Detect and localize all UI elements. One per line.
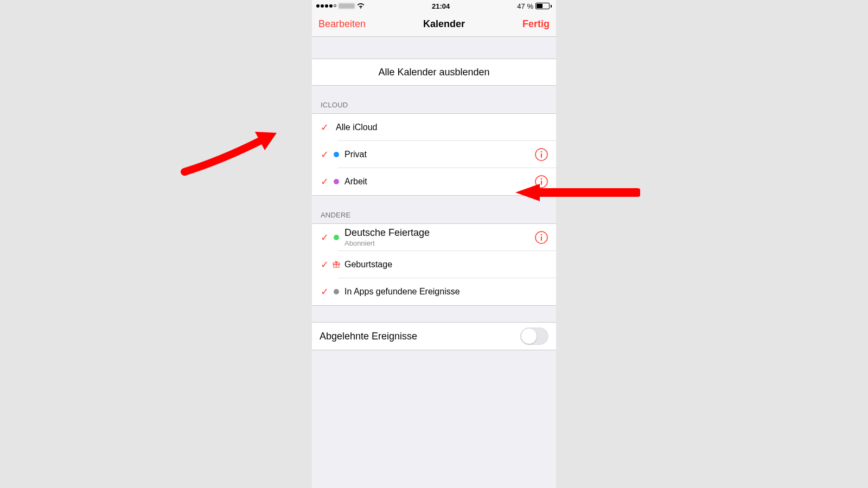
section-header-icloud: ICLOUD bbox=[312, 86, 556, 113]
svg-point-7 bbox=[541, 234, 542, 236]
checkmark-icon: ✓ bbox=[318, 149, 330, 160]
calendar-label: Privat bbox=[344, 150, 367, 159]
calendar-row-privat[interactable]: ✓ Privat bbox=[312, 141, 556, 168]
status-left bbox=[316, 2, 365, 10]
calendar-color-dot bbox=[334, 289, 339, 294]
hide-all-calendars-button[interactable]: Alle Kalender ausblenden bbox=[312, 59, 556, 86]
svg-rect-2 bbox=[541, 153, 542, 158]
checkmark-icon: ✓ bbox=[318, 286, 330, 298]
status-time: 21:04 bbox=[432, 2, 450, 10]
battery-percentage: 47 % bbox=[517, 2, 533, 10]
svg-rect-5 bbox=[541, 181, 542, 185]
svg-marker-12 bbox=[255, 132, 277, 150]
wifi-icon bbox=[357, 2, 365, 10]
edit-button[interactable]: Bearbeiten bbox=[318, 18, 366, 30]
annotation-arrow-left bbox=[179, 127, 277, 176]
gift-icon bbox=[333, 260, 340, 269]
calendar-label: Geburtstage bbox=[344, 260, 392, 269]
phone-frame: 21:04 47 % Bearbeiten Kalender Fertig Al… bbox=[312, 0, 556, 488]
hide-all-label: Alle Kalender ausblenden bbox=[378, 67, 489, 78]
nav-bar: Bearbeiten Kalender Fertig bbox=[312, 12, 556, 37]
calendar-label: Deutsche Feiertage bbox=[344, 227, 430, 239]
calendar-row-arbeit[interactable]: ✓ Arbeit bbox=[312, 168, 556, 195]
calendar-row-all-icloud[interactable]: ✓ Alle iCloud bbox=[312, 114, 556, 141]
checkmark-icon: ✓ bbox=[318, 121, 330, 133]
checkmark-icon: ✓ bbox=[318, 176, 330, 188]
checkmark-icon: ✓ bbox=[318, 232, 330, 243]
calendar-label: In Apps gefundene Ereignisse bbox=[344, 287, 460, 297]
battery-icon bbox=[535, 3, 552, 9]
content-scroll[interactable]: Alle Kalender ausblenden ICLOUD ✓ Alle i… bbox=[312, 37, 556, 488]
status-right: 47 % bbox=[517, 2, 552, 10]
calendar-row-feiertage[interactable]: ✓ Deutsche Feiertage Abonniert bbox=[312, 224, 556, 251]
calendar-row-geburtstage[interactable]: ✓ Geburtstage bbox=[312, 251, 556, 278]
icloud-group: ✓ Alle iCloud ✓ Privat ✓ Arbeit bbox=[312, 113, 556, 196]
calendar-label: Alle iCloud bbox=[336, 123, 377, 132]
carrier-name-blurred bbox=[339, 3, 355, 9]
svg-point-1 bbox=[541, 151, 542, 153]
calendar-row-in-apps[interactable]: ✓ In Apps gefundene Ereignisse bbox=[312, 278, 556, 305]
signal-strength-icon bbox=[316, 4, 336, 8]
info-icon[interactable] bbox=[534, 230, 548, 245]
status-bar: 21:04 47 % bbox=[312, 0, 556, 12]
calendar-label: Arbeit bbox=[344, 177, 367, 187]
declined-events-label: Abgelehnte Ereignisse bbox=[320, 331, 417, 342]
calendar-sublabel: Abonniert bbox=[344, 239, 430, 248]
info-icon[interactable] bbox=[534, 175, 548, 189]
calendar-color-dot bbox=[334, 152, 339, 157]
calendar-color-dot bbox=[334, 179, 339, 184]
declined-events-row: Abgelehnte Ereignisse bbox=[312, 322, 556, 350]
page-title: Kalender bbox=[423, 18, 465, 30]
done-button[interactable]: Fertig bbox=[522, 18, 550, 30]
other-group: ✓ Deutsche Feiertage Abonniert ✓ Geburts… bbox=[312, 223, 556, 306]
section-header-andere: ANDERE bbox=[312, 196, 556, 223]
calendar-color-dot bbox=[334, 235, 339, 240]
svg-point-4 bbox=[541, 178, 542, 180]
svg-rect-8 bbox=[541, 236, 542, 241]
info-icon[interactable] bbox=[534, 147, 548, 162]
declined-events-toggle[interactable] bbox=[520, 328, 548, 345]
checkmark-icon: ✓ bbox=[318, 259, 330, 271]
